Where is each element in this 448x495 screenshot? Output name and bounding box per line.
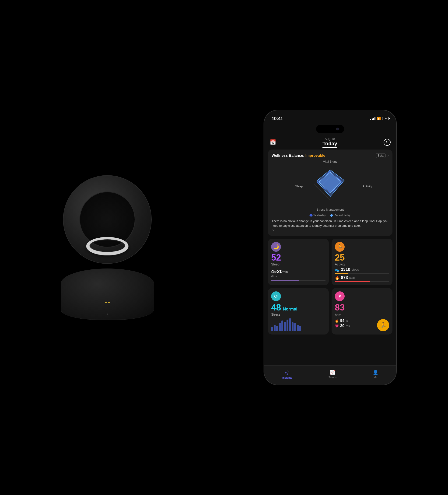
sleep-score: 52 [271,253,325,262]
header-center: Aug 18 Today [322,137,337,148]
tab-insights[interactable]: ◎ Insights [278,368,297,380]
wellness-header: Wellness Balance: Improvable Beta › [272,153,389,158]
pin-1 [105,302,107,303]
sleep-hr-unit: hr [274,270,277,274]
chevron-right-icon[interactable]: › [388,153,389,158]
stress-card[interactable]: ⟳ 48 Normal Stress [268,288,329,334]
heart-small-icon: 💗 [335,324,339,328]
stress-icon-circle: ⟳ [271,291,281,301]
kcal-unit: kcal [349,276,355,279]
steps-progress-bar [335,273,389,274]
wellness-description: There is no obvious change in your condi… [272,219,389,228]
tab-me[interactable]: 👤 Me [368,369,383,380]
stress-label: Stress [271,313,325,316]
steps-unit: steps [352,268,359,271]
kcal-value: 873 [341,275,348,280]
phone-wrapper: 10:41 📶 69 [264,110,397,385]
bar-column [279,323,281,331]
radar-chart-area: Sleep Activity [297,165,363,207]
battery-icon: 69 [382,117,389,120]
steps-row: 👟 2310 steps [335,267,389,272]
bar-column [294,323,296,331]
sleep-icon-circle: 🌙 [271,242,281,252]
ms-unit: ms [346,324,350,328]
pct-unit: % [346,319,349,323]
wellness-status: Improvable [306,153,325,157]
insights-icon: ◎ [285,369,290,375]
sleep-min-unit: min [282,270,288,274]
phone-frame: 10:41 📶 69 [264,110,397,385]
kcal-row: 🔥 873 kcal [335,275,389,280]
radar-label-sleep: Sleep [295,184,303,188]
bar-column [284,322,286,331]
stress-icon: ⟳ [274,293,278,299]
sleep-hours-value: 4 [271,269,274,274]
legend-recent-icon [330,214,333,217]
activity-card[interactable]: 🏃 25 Activity 👟 2310 steps [332,239,392,285]
tab-bar: ◎ Insights 📈 Trends 👤 Me [264,365,396,385]
radar-svg [307,165,353,203]
pct-value: 94 [340,319,344,323]
beta-badge: Beta [376,153,386,158]
me-label: Me [374,376,377,379]
bar1 [370,119,371,120]
sleep-icon: 🌙 [273,244,279,250]
radar-label-vital-signs: Vital Signs [323,160,337,163]
header-date: Aug 18 [324,137,335,141]
heart-rate-card[interactable]: ♥ 83 bpm 🔥 94 % 💗 30 [332,288,392,334]
phone-screen: 10:41 📶 69 [264,110,396,385]
bar3 [373,118,374,120]
insights-label: Insights [282,376,292,379]
stress-number: 48 [271,302,281,313]
sleep-card[interactable]: 🌙 52 Sleep 4hr20min /8 hr [268,239,329,285]
sleep-hours: 4hr20min [271,269,288,274]
pin-2 [108,302,110,303]
bar4 [375,117,376,120]
heart-rate-value: 83 [335,302,389,313]
app-header: 📅 Aug 18 Today ↻ [264,133,396,150]
camera-dot [336,128,339,130]
dynamic-island [316,125,344,133]
ring-holder [84,222,131,269]
wellness-title: Wellness Balance: [272,153,304,157]
legend-yesterday-icon [309,214,313,217]
stress-value-row: 48 Normal [271,302,325,313]
wellness-card[interactable]: Wellness Balance: Improvable Beta › Vita… [268,150,392,236]
smart-ring [84,237,131,255]
radar-label-stress: Stress Management [317,208,344,211]
indicator-dot [107,314,108,315]
radar-label-activity: Activity [363,184,372,188]
status-time: 10:41 [272,116,283,121]
charging-pins [105,302,110,303]
sleep-label: Sleep [271,262,325,266]
status-bar: 10:41 📶 69 [264,110,396,124]
battery-level: 69 [383,117,389,120]
heart-rate-label: bpm [335,313,389,317]
calendar-icon[interactable]: 📅 [270,139,276,145]
refresh-icon[interactable]: ↻ [384,139,391,146]
steps-value: 2310 [341,267,350,272]
tab-trends[interactable]: 📈 Trends [324,369,341,380]
flame-icon: 🔥 [335,319,339,323]
legend-yesterday-label: Yesterday [313,214,326,217]
header-title[interactable]: Today [322,141,337,148]
sleep-progress-bar [271,280,325,281]
steps-progress-fill [335,273,348,274]
charger-base [61,269,154,320]
activity-floating-button[interactable]: 🏃 [377,319,389,331]
fire-icon: 🔥 [335,275,339,280]
bar-column [271,327,273,331]
bar-column [276,326,278,331]
status-icons: 📶 69 [370,117,389,120]
expand-button[interactable]: v [273,228,274,232]
activity-icon: 🏃 [337,244,343,250]
sleep-goal: /8 hr [271,275,325,278]
scroll-content: Wellness Balance: Improvable Beta › Vita… [264,150,396,365]
legend-yesterday: Yesterday [310,214,326,217]
signal-bars-icon [370,117,376,120]
shoe-icon: 👟 [335,267,339,272]
legend-recent: Recent 7-day [330,214,350,217]
trends-label: Trends [329,376,336,379]
heart-icon-circle: ♥ [335,291,345,301]
wifi-icon: 📶 [377,117,381,120]
